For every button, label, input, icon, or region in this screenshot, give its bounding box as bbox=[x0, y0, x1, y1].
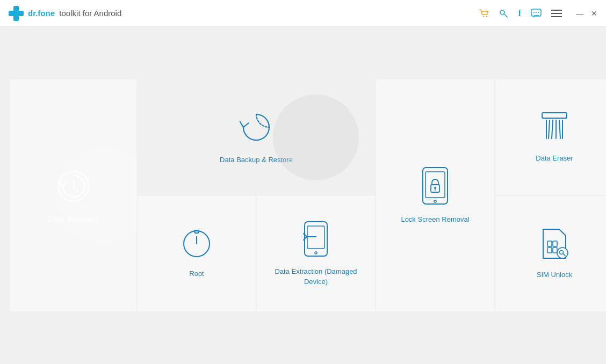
tile-data-eraser[interactable]: Data Eraser bbox=[495, 79, 606, 195]
brand-name: dr.fone bbox=[28, 9, 55, 18]
svg-line-23 bbox=[549, 120, 550, 139]
tile-data-recovery[interactable]: Data Recovery SOFTPEDIA® bbox=[10, 79, 136, 311]
watermark: SOFTPEDIA® bbox=[52, 273, 95, 279]
svg-point-19 bbox=[434, 187, 436, 189]
sim-unlock-label: SIM Unlock bbox=[531, 270, 578, 280]
svg-point-8 bbox=[538, 12, 539, 13]
sim-unlock-icon bbox=[539, 227, 570, 260]
svg-line-43 bbox=[564, 255, 565, 256]
svg-point-7 bbox=[536, 12, 537, 13]
app-subtitle: toolkit for Android bbox=[59, 9, 121, 18]
facebook-icon[interactable]: f bbox=[518, 9, 521, 18]
data-eraser-icon bbox=[538, 111, 571, 144]
root-label: Root bbox=[184, 269, 209, 279]
svg-rect-38 bbox=[553, 241, 557, 246]
main-content: Data Recovery SOFTPEDIA® Data Backup & R… bbox=[0, 27, 606, 364]
tile-sim-unlock[interactable]: SIM Unlock bbox=[495, 196, 606, 311]
svg-rect-1 bbox=[13, 6, 19, 21]
data-recovery-icon bbox=[55, 168, 92, 205]
svg-point-17 bbox=[434, 200, 436, 202]
tile-lock-screen[interactable]: Lock Screen Removal bbox=[376, 79, 494, 311]
title-bar-left: dr.fone toolkit for Android bbox=[9, 6, 121, 21]
svg-rect-30 bbox=[194, 230, 199, 233]
svg-point-41 bbox=[557, 247, 568, 258]
svg-rect-15 bbox=[423, 168, 448, 204]
tile-data-backup[interactable]: Data Backup & Restore bbox=[138, 79, 375, 195]
data-eraser-label: Data Eraser bbox=[530, 154, 578, 163]
root-icon bbox=[181, 228, 212, 259]
data-extraction-icon bbox=[300, 221, 331, 257]
tile-data-extraction[interactable]: Data Extraction (Damaged Device) bbox=[257, 196, 375, 311]
minimize-button[interactable]: — bbox=[576, 10, 583, 17]
svg-rect-39 bbox=[547, 247, 552, 253]
svg-point-6 bbox=[533, 12, 535, 13]
svg-point-3 bbox=[486, 16, 487, 17]
title-bar-right: f — ✕ bbox=[479, 8, 597, 19]
app-title: dr.fone toolkit for Android bbox=[28, 9, 121, 18]
svg-line-36 bbox=[559, 229, 566, 236]
data-backup-label: Data Backup & Restore bbox=[214, 155, 298, 165]
svg-point-34 bbox=[315, 252, 317, 254]
svg-point-12 bbox=[59, 171, 89, 201]
close-button[interactable]: ✕ bbox=[591, 10, 597, 17]
svg-rect-40 bbox=[553, 247, 557, 253]
svg-rect-21 bbox=[542, 113, 567, 118]
data-recovery-label: Data Recovery bbox=[48, 215, 98, 223]
svg-rect-37 bbox=[547, 241, 552, 246]
cart-icon[interactable] bbox=[479, 8, 489, 19]
svg-line-24 bbox=[552, 120, 553, 139]
lock-screen-icon bbox=[419, 166, 452, 205]
data-backup-icon bbox=[238, 109, 275, 145]
chat-icon[interactable] bbox=[531, 9, 542, 18]
data-extraction-label: Data Extraction (Damaged Device) bbox=[257, 267, 375, 286]
lock-screen-label: Lock Screen Removal bbox=[395, 215, 474, 224]
title-bar: dr.fone toolkit for Android f bbox=[0, 0, 606, 27]
svg-rect-32 bbox=[305, 222, 327, 256]
menu-icon[interactable] bbox=[551, 9, 562, 18]
tile-root[interactable]: Root bbox=[138, 196, 256, 311]
key-icon[interactable] bbox=[499, 9, 509, 18]
svg-line-26 bbox=[559, 120, 560, 139]
svg-line-14 bbox=[74, 188, 78, 191]
logo-icon bbox=[9, 6, 24, 21]
svg-point-2 bbox=[482, 16, 484, 17]
tools-grid: Data Recovery SOFTPEDIA® Data Backup & R… bbox=[10, 79, 596, 311]
window-controls: — ✕ bbox=[576, 10, 597, 17]
